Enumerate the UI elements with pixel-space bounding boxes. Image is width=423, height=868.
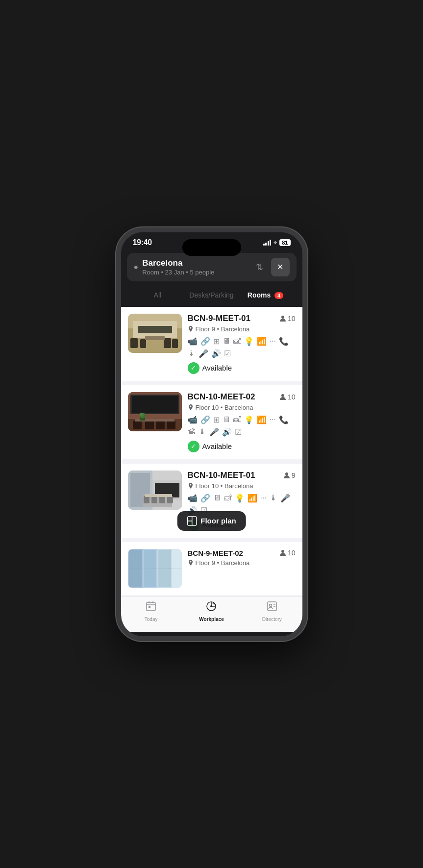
svg-rect-16 — [145, 421, 154, 429]
svg-rect-31 — [151, 496, 157, 503]
svg-rect-33 — [167, 496, 173, 503]
svg-rect-8 — [145, 336, 165, 340]
nav-workplace-label: Workplace — [199, 617, 224, 622]
tab-rooms[interactable]: Rooms 4 — [239, 288, 293, 302]
search-bar-info: Barcelona Room • 23 Jan • 5 people — [142, 258, 251, 276]
screen-icon-3: 🖥 — [213, 494, 221, 503]
temp-icon-2: 🌡 — [199, 427, 206, 437]
room-location-1: Floor 9 • Barcelona — [188, 325, 296, 333]
svg-rect-32 — [159, 496, 165, 503]
status-icons: ⌖ 81 — [263, 239, 291, 247]
close-button[interactable]: ✕ — [271, 258, 290, 276]
available-check-1: ✓ — [188, 362, 199, 374]
svg-point-22 — [140, 413, 144, 417]
nav-directory[interactable]: Directory — [242, 600, 302, 622]
room-capacity-2: 10 — [279, 393, 296, 401]
dynamic-island — [182, 239, 241, 256]
light-icon: 💡 — [244, 337, 254, 346]
room-image-2 — [128, 392, 182, 431]
wifi-amenity-icon-2: 📶 — [257, 415, 267, 424]
room-capacity-3: 9 — [283, 471, 296, 479]
workplace-icon — [205, 600, 217, 615]
svg-rect-56 — [268, 602, 276, 611]
svg-rect-7 — [172, 339, 178, 348]
room-image-3 — [128, 471, 182, 510]
svg-rect-6 — [164, 338, 171, 348]
room-name-1: BCN-9-MEET-01 — [188, 314, 250, 323]
camera-icon-3: 📹 — [188, 494, 198, 503]
home-indicator — [179, 634, 245, 636]
content-area[interactable]: BCN-9-MEET-01 10 Floor 9 • Barcelona 📹 🔗… — [121, 307, 302, 596]
temp-icon-3: 🌡 — [270, 494, 277, 503]
bottom-nav: Today Workplace — [121, 596, 302, 632]
svg-point-9 — [281, 316, 284, 319]
nav-today[interactable]: Today — [121, 600, 181, 622]
tab-bar: All Desks/Parking Rooms 4 — [121, 285, 302, 307]
room-capacity-4: 10 — [279, 549, 296, 557]
room-card-4[interactable]: BCN-9-MEET-02 10 Floor 9 • Barcelona — [121, 542, 302, 595]
volume-icon-2: 🔊 — [222, 427, 232, 437]
light-icon-2: 💡 — [244, 415, 254, 424]
floor-plan-icon — [187, 516, 197, 526]
battery-icon: 81 — [279, 239, 290, 246]
room-status-1: ✓ Available — [188, 362, 296, 374]
svg-rect-4 — [130, 338, 138, 348]
room-capacity-1: 10 — [279, 315, 296, 322]
room-location-4: Floor 9 • Barcelona — [188, 559, 296, 567]
room-image-4 — [128, 549, 182, 588]
available-check-2: ✓ — [188, 441, 199, 452]
mic-icon-3: 🎤 — [280, 494, 290, 503]
svg-rect-15 — [133, 421, 142, 429]
grid-icon: ⊞ — [213, 337, 220, 346]
room-amenities-1: 📹 🔗 ⊞ 🖥 🛋 💡 📶 ··· 📞 🌡 🎤 🔊 ☑ — [188, 337, 296, 358]
svg-rect-3 — [138, 326, 172, 333]
more-icon-3: ··· — [260, 494, 267, 503]
nav-workplace[interactable]: Workplace — [181, 600, 242, 622]
room-info-1: BCN-9-MEET-01 10 Floor 9 • Barcelona 📹 🔗… — [188, 314, 296, 374]
svg-point-35 — [285, 472, 288, 475]
svg-point-57 — [269, 604, 272, 606]
svg-rect-5 — [140, 339, 146, 348]
room-card-2[interactable]: BCN-10-MEET-02 10 Floor 10 • Barcelona 📹… — [121, 385, 302, 459]
camera-icon: 📹 — [188, 337, 198, 346]
svg-rect-13 — [132, 396, 178, 413]
phone-frame: 19:40 ⌖ 81 ● Barcelona Room • 23 Jan • 5… — [116, 227, 307, 641]
svg-rect-30 — [144, 496, 149, 503]
search-subtitle: Room • 23 Jan • 5 people — [142, 269, 251, 276]
volume-icon: 🔊 — [211, 349, 221, 358]
room-location-3: Floor 10 • Barcelona — [188, 482, 296, 490]
temp-icon: 🌡 — [188, 349, 196, 358]
directory-icon — [266, 600, 278, 615]
svg-point-55 — [210, 605, 212, 607]
wifi-amenity-icon: 📶 — [257, 337, 267, 346]
chevron-updown-icon: ⇅ — [256, 262, 263, 273]
grid-icon-2: ⊞ — [213, 415, 220, 424]
svg-rect-18 — [167, 421, 175, 429]
tab-desks-parking[interactable]: Desks/Parking — [185, 288, 239, 302]
screen-icon-2: 🖥 — [223, 415, 230, 424]
svg-point-48 — [281, 550, 284, 553]
search-bar[interactable]: ● Barcelona Room • 23 Jan • 5 people ⇅ ✕ — [127, 253, 297, 281]
light-icon-3: 💡 — [235, 494, 245, 503]
rooms-badge: 4 — [274, 292, 283, 299]
phone-icon-2: 📞 — [279, 415, 289, 424]
tab-all[interactable]: All — [131, 288, 185, 302]
wifi-icon: ⌖ — [274, 239, 277, 247]
location-pin-icon: ● — [134, 263, 139, 272]
mic-icon-2: 🎤 — [209, 427, 219, 437]
room-info-2: BCN-10-MEET-02 10 Floor 10 • Barcelona 📹… — [188, 392, 296, 452]
room-info-4: BCN-9-MEET-02 10 Floor 9 • Barcelona — [188, 549, 296, 570]
svg-rect-34 — [145, 494, 172, 497]
screen-icon: 🖥 — [223, 337, 230, 346]
more-icon: ··· — [270, 337, 276, 346]
room-image-1 — [128, 314, 182, 353]
search-location: Barcelona — [142, 258, 251, 268]
sofa-icon-2: 🛋 — [233, 415, 241, 424]
check-icon-2: ☑ — [235, 427, 242, 437]
room-card-3[interactable]: BCN-10-MEET-01 9 Floor 10 • Barcelona 📹 … — [121, 464, 302, 538]
wifi-amenity-icon-3: 📶 — [248, 494, 257, 503]
room-status-2: ✓ Available — [188, 441, 296, 452]
room-card[interactable]: BCN-9-MEET-01 10 Floor 9 • Barcelona 📹 🔗… — [121, 307, 302, 381]
mic-icon: 🎤 — [199, 349, 208, 358]
signal-bars-icon — [263, 240, 272, 246]
